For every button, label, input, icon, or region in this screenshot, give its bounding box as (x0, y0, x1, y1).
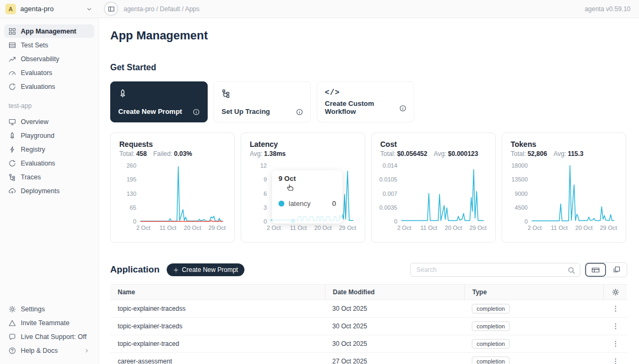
info-icon (193, 109, 200, 115)
page-title: App Management (110, 29, 627, 43)
refresh-icon (9, 160, 16, 167)
code-icon: </> (325, 88, 406, 98)
get-started-heading: Get Started (110, 63, 627, 72)
row-menu-button[interactable] (612, 340, 619, 348)
chart-stats: Total:458Failed:0.03% (119, 150, 226, 158)
sidebar-item-live-chat-support-off[interactable]: Live Chat Support: Off (4, 330, 94, 343)
app-date-modified: 30 Oct 2025 (325, 322, 464, 330)
tooltip-series-row: latency0 (278, 200, 336, 208)
sidebar-item-evaluations[interactable]: Evaluations (4, 156, 94, 170)
table-row[interactable]: career-assessment27 Oct 2025completion (110, 353, 627, 364)
table-row[interactable]: topic-explainer-tracedss30 Oct 2025compl… (110, 300, 627, 318)
table-icon (9, 42, 16, 49)
chart-stats: Total:$0.056452Avg:$0.000123 (380, 150, 487, 158)
mouse-cursor (286, 183, 294, 192)
create-new-prompt-button[interactable]: Create New Prompt (167, 263, 244, 276)
sidebar-item-test-sets[interactable]: Test Sets (4, 38, 94, 52)
chart-line-icon (9, 55, 16, 63)
chart-card-requests: RequestsTotal:458Failed:0.03%26019513065… (110, 133, 235, 243)
workspace-selector[interactable]: A agenta-pro (0, 4, 99, 14)
sidebar-item-invite-teammate[interactable]: Invite Teammate (4, 316, 94, 329)
legend-dot (278, 201, 284, 206)
search-input[interactable] (415, 266, 568, 274)
app-type: completion (464, 339, 603, 349)
chart-stats: Total:52,806Avg:115.3 (511, 150, 617, 158)
column-header-type[interactable]: Type (464, 285, 603, 300)
gauge-icon (9, 69, 16, 77)
main-content: App Management Get Started Create New Pr… (99, 18, 639, 364)
info-icon (399, 105, 406, 112)
app-date-modified: 30 Oct 2025 (325, 340, 464, 348)
plus-icon (173, 266, 179, 274)
chart-card-cost: CostTotal:$0.056452Avg:$0.0001230.0140.0… (371, 133, 496, 243)
sidebar-main: App ManagementTest SetsObservabilityEval… (4, 24, 94, 94)
app-name: topic-explainer-traceds (110, 322, 325, 330)
view-toggle (585, 262, 627, 277)
app-version: agenta v0.59.10 (585, 5, 639, 13)
table-body: topic-explainer-tracedss30 Oct 2025compl… (110, 300, 627, 364)
card-view-button[interactable] (606, 263, 627, 277)
chart-tooltip: 9 Octlatency0 (272, 170, 342, 224)
plus-icon (173, 267, 179, 273)
chart-title: Latency (250, 140, 356, 148)
table-row[interactable]: topic-explainer-traced30 Oct 2025complet… (110, 335, 627, 353)
row-menu-button[interactable] (612, 305, 619, 312)
tooltip-series-name: latency (289, 200, 310, 208)
sidebar-item-help-docs[interactable]: Help & Docs (4, 344, 94, 357)
search-icon[interactable] (568, 265, 575, 275)
sidebar-item-deployments[interactable]: Deployments (4, 184, 94, 197)
get-started-card-create-new-prompt[interactable]: Create New Prompt (110, 81, 208, 122)
chevron-down-icon (86, 4, 93, 14)
tooltip-date: 9 Oct (278, 175, 336, 183)
column-settings[interactable] (603, 285, 627, 300)
chart-card-tokens: TokensTotal:52,806Avg:115.31800013500900… (502, 133, 626, 243)
y-axis-labels: 260195130650 (119, 166, 141, 221)
get-started-card-create-custom-workflow[interactable]: </>Create Custom Workflow (317, 81, 414, 122)
sidebar-collapse-button[interactable] (104, 2, 118, 16)
sidebar-item-playground[interactable]: Playground (4, 129, 94, 142)
sidebar-item-overview[interactable]: Overview (4, 115, 94, 128)
rocket-icon (9, 132, 16, 139)
cloud-icon (9, 187, 16, 195)
sidebar-item-evaluators[interactable]: Evaluators (4, 66, 94, 79)
type-badge: completion (472, 339, 510, 349)
type-badge: completion (472, 321, 510, 331)
row-menu-button[interactable] (612, 358, 619, 364)
row-menu-button[interactable] (612, 322, 619, 330)
top-bar: A agenta-pro agenta-pro / Default / Apps… (0, 0, 639, 18)
tableview-icon (592, 266, 600, 274)
sidebar-section-label: test-app (9, 102, 90, 110)
table-row[interactable]: topic-explainer-traceds30 Oct 2025comple… (110, 318, 627, 335)
sidebar-item-app-management[interactable]: App Management (4, 24, 94, 38)
tooltip-value: 0 (332, 200, 336, 208)
stat-avg: Avg:1.38ms (250, 150, 286, 158)
table-header: NameDate ModifiedType (110, 284, 627, 300)
rocket-icon (118, 89, 127, 98)
sidebar-item-settings[interactable]: Settings (4, 302, 94, 316)
column-header-date-modified[interactable]: Date Modified (325, 285, 464, 300)
sidebar-item-registry[interactable]: Registry (4, 143, 94, 156)
chevdown-icon (86, 6, 93, 13)
tokens-line-chart (532, 166, 614, 221)
tree-icon (222, 89, 231, 98)
chart-title: Requests (119, 140, 226, 148)
dots-icon (612, 322, 619, 330)
monitor-icon (9, 118, 16, 126)
workspace-name: agenta-pro (20, 5, 81, 13)
y-axis-labels: 129630 (250, 166, 271, 221)
sidebar-item-traces[interactable]: Traces (4, 170, 94, 184)
requests-line-chart (141, 166, 223, 221)
triangle-icon (9, 319, 16, 327)
refresh-icon (9, 83, 16, 90)
sidebar-item-observability[interactable]: Observability (4, 52, 94, 65)
dots-icon (612, 305, 619, 312)
column-header-name[interactable]: Name (110, 288, 325, 296)
chart-plot: 2 Oct11 Oct20 Oct29 Oct (532, 166, 614, 221)
application-header: Application Create New Prompt (110, 262, 627, 277)
stat-total: Total:$0.056452 (380, 150, 427, 158)
chart-card-latency: LatencyAvg:1.38ms1296302 Oct11 Oct20 Oct… (241, 133, 365, 243)
gear-icon (9, 305, 16, 313)
get-started-card-set-up-tracing[interactable]: Set Up Tracing (214, 81, 311, 122)
table-view-button[interactable] (585, 263, 606, 277)
sidebar-item-evaluations[interactable]: Evaluations (4, 80, 94, 93)
